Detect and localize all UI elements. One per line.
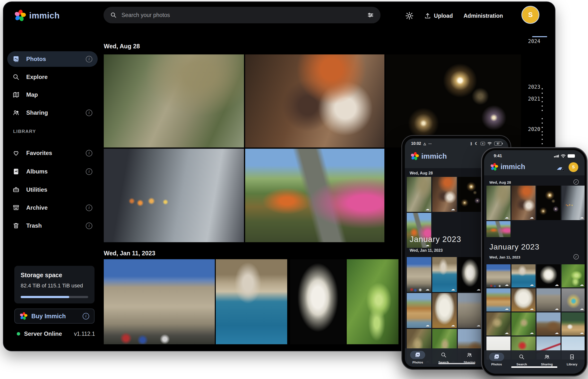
cloud-backup-icon: ☁: [580, 331, 584, 335]
android-app-logo: immich: [411, 152, 447, 160]
search-input[interactable]: [122, 12, 363, 18]
heart-icon: [13, 150, 19, 157]
cloud-backup-icon: ☁: [580, 307, 584, 311]
thumb-fireworks: [458, 177, 482, 212]
cloud-sync-icon: ☁✓: [556, 164, 564, 171]
search-icon: [13, 74, 19, 80]
server-online-dot: [17, 332, 20, 335]
buy-immich-button[interactable]: Buy Immich i: [14, 309, 95, 324]
cloud-backup-icon: ☁: [555, 331, 559, 335]
sidebar-item-explore[interactable]: Explore: [7, 69, 98, 85]
photo-zoo-monkeys[interactable]: [104, 54, 244, 147]
info-icon[interactable]: i: [86, 150, 92, 157]
photo-fireworks[interactable]: [386, 54, 521, 147]
ellipsis-icon: ⋯: [428, 142, 432, 145]
home-indicator: [511, 366, 557, 368]
select-all-check-icon: ✓: [573, 254, 579, 259]
cloud-backup-icon: ☁: [530, 331, 534, 335]
storage-card: Storage space 82.4 TiB of 115.1 TiB used: [14, 266, 95, 303]
cloud-backup-icon: ☁: [505, 307, 509, 311]
battery-icon: [568, 154, 575, 158]
photo-fortress-walls[interactable]: [104, 259, 215, 344]
scrubber-ticks: [541, 88, 543, 98]
photo-holding-hands[interactable]: [104, 149, 244, 242]
sidebar-item-albums[interactable]: Albums i: [7, 164, 98, 179]
nav-tab-label: Photos: [412, 361, 423, 364]
android-date-aug: Wed, Aug 28: [410, 171, 433, 175]
sidebar-item-photos[interactable]: Photos i: [7, 51, 98, 67]
info-icon[interactable]: i: [83, 313, 89, 319]
nav-tab-photos: Photos: [489, 350, 504, 366]
info-icon[interactable]: i: [86, 205, 92, 211]
thumb-holding-hands: ☁: [561, 186, 585, 220]
thumb-stone-ruins: ☁: [537, 288, 560, 312]
iphone-mockup: 9:41 immich ☁✓ S Wed, Aug: [481, 147, 588, 377]
sidebar-item-sharing[interactable]: Sharing i: [7, 105, 98, 121]
nav-tab-search: Search: [514, 350, 529, 366]
scrubber-year[interactable]: 2020: [528, 126, 540, 132]
scrubber-position-indicator[interactable]: [532, 36, 547, 37]
photos-icon: [415, 352, 421, 358]
theme-sun-icon[interactable]: [405, 12, 413, 20]
info-icon[interactable]: i: [86, 110, 92, 116]
sidebar-item-utilities[interactable]: Utilities: [7, 182, 98, 198]
immich-flower-icon: [490, 163, 498, 171]
scrubber-year[interactable]: 2021: [528, 96, 540, 102]
cellular-signal-icon: [554, 155, 559, 158]
cloud-backup-icon: ☁: [530, 307, 534, 311]
cloud-backup-icon: ☁: [451, 323, 455, 327]
app-logo[interactable]: immich: [14, 10, 60, 21]
info-icon[interactable]: i: [86, 168, 92, 175]
sidebar-item-favorites[interactable]: Favorites i: [7, 145, 98, 161]
storage-progress-track: [21, 296, 88, 298]
sidebar-item-label: Archive: [26, 204, 79, 211]
photo-sea-grapes[interactable]: [347, 259, 398, 344]
nav-tab-photos: Photos: [410, 348, 425, 364]
photo-dinner-table[interactable]: [245, 54, 384, 147]
marketing-screenshot: immich Upload Administration S Photos i: [0, 0, 588, 379]
thumb-fortress-walls: ☁: [486, 264, 510, 287]
info-icon[interactable]: i: [86, 222, 92, 229]
sidebar-item-trash[interactable]: Trash i: [7, 218, 98, 234]
cloud-backup-icon: ☁: [426, 323, 429, 327]
nav-tab-library: Library: [564, 350, 579, 366]
date-header-jan: Wed, Jan 11, 2023: [104, 250, 155, 257]
home-indicator: [438, 363, 475, 364]
user-avatar[interactable]: S: [522, 6, 540, 24]
iphone-app-logo: immich: [490, 163, 525, 171]
sidebar-item-label: Utilities: [26, 186, 92, 193]
library-icon: [569, 354, 575, 360]
user-avatar: S: [569, 162, 578, 172]
server-version: v1.112.1: [74, 331, 95, 337]
status-time: 9:41: [494, 154, 502, 158]
photo-autumn-park[interactable]: [245, 149, 384, 242]
nav-tab-sharing: Sharing: [462, 348, 477, 364]
thumb-marble-bust: ☁: [458, 257, 482, 292]
immich-flower-icon: [14, 10, 26, 21]
dnd-moon-icon: ☾: [475, 142, 478, 146]
people-icon: [13, 109, 19, 116]
upload-button[interactable]: Upload: [424, 12, 453, 19]
battery-icon: 97: [494, 142, 502, 145]
iphone-date-jan: Wed, Jan 11, 2023: [489, 255, 520, 259]
nav-tab-label: Photos: [491, 363, 502, 366]
sidebar-item-map[interactable]: Map: [7, 87, 98, 103]
search-bar[interactable]: [104, 7, 381, 23]
toolbox-icon: [13, 186, 19, 193]
iphone-bottom-nav: Photos Search Sharing Library: [484, 350, 585, 374]
administration-link[interactable]: Administration: [464, 13, 503, 19]
thumb-beach-cliff: ☁: [486, 288, 510, 312]
filter-sliders-icon[interactable]: [367, 12, 374, 18]
scrubber-year[interactable]: 2024: [528, 38, 540, 44]
search-icon: [441, 352, 446, 358]
cloud-backup-icon: ☁: [555, 283, 559, 287]
scrubber-year[interactable]: 2023: [528, 84, 540, 90]
cloud-backup-icon: ☁: [580, 215, 584, 219]
info-icon[interactable]: i: [86, 56, 92, 63]
photo-marble-bust[interactable]: [290, 259, 346, 344]
photo-coastal-town[interactable]: [216, 259, 287, 344]
sidebar-item-archive[interactable]: Archive i: [7, 200, 98, 216]
wifi-icon: [487, 142, 492, 145]
upload-label: Upload: [434, 13, 453, 19]
sidebar-item-label: Explore: [26, 74, 92, 80]
